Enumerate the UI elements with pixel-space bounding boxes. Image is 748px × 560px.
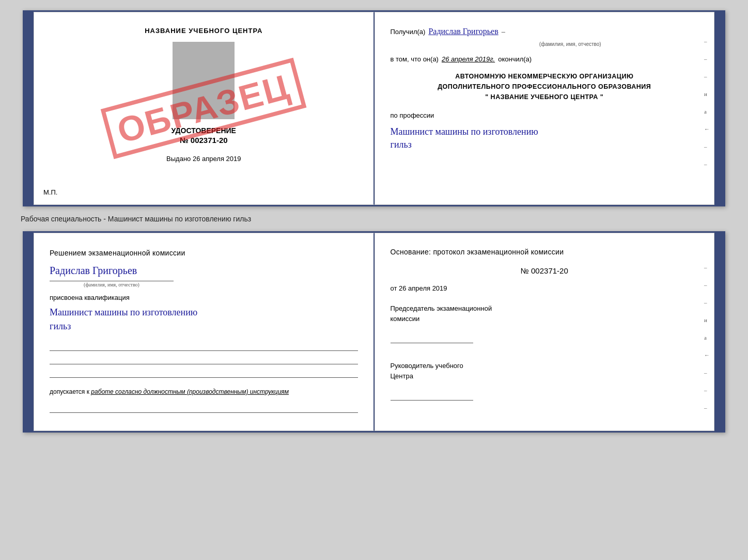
vtom-line: в том, что он(а) 26 апреля 2019г. окончи… [391,55,699,63]
qual-left-page: Решением экзаменационной комиссии Радисл… [34,233,375,431]
qual-bottom-underline [50,405,358,413]
ot-label: от [391,284,397,292]
predsedatel-sign-line [391,333,473,343]
cert-mp: М.П. [43,188,57,196]
vtom-label: в том, что он(а) [391,55,439,63]
qual-underlines [50,342,358,378]
underline-3 [50,369,358,378]
rukovoditel-sign-line [391,390,473,401]
cert-school-title: НАЗВАНИЕ УЧЕБНОГО ЦЕНТРА [145,27,262,35]
recipient-line: Получил(а) Радислав Григорьев – [391,27,699,36]
fio-sublabel: (фамилия, имя, отчество) [442,41,699,47]
org-block: АВТОНОМНУЮ НЕКОММЕРЧЕСКУЮ ОРГАНИЗАЦИЮ ДО… [391,71,699,102]
qual-dopusk: допускается к работе согласно должностны… [50,387,358,396]
cert-vydano: Выдано 26 апреля 2019 [166,155,241,163]
resheniye-title: Решением экзаменационной комиссии [50,248,358,259]
dopusk-label: допускается к [50,388,89,395]
predsedatel-role: Председатель экзаменационной комиссии [391,303,699,324]
qual-date-line: от 26 апреля 2019 [391,284,699,292]
profession-handwriting: Машинист машины по изготовлению гильз [391,125,699,151]
recipient-name: Радислав Григорьев [428,27,498,36]
org-name: " НАЗВАНИЕ УЧЕБНОГО ЦЕНТРА " [391,92,699,102]
photo-placeholder [173,42,235,119]
completion-date: 26 апреля 2019г. [442,55,495,63]
underline-2 [50,355,358,364]
qual-assigned-label: присвоена квалификация [50,294,358,301]
poluchil-label: Получил(а) [391,28,426,36]
qual-date: 26 апреля 2019 [399,284,447,292]
qual-profession: Машинист машины по изготовлению гильз [50,306,358,333]
bottom-side-marks: – – – и а ← – – – [704,264,710,411]
cert-udostoverenie-label: УДОСТОВЕРЕНИЕ [172,126,236,135]
org-line2: ДОПОЛНИТЕЛЬНОГО ПРОФЕССИОНАЛЬНОГО ОБРАЗО… [391,82,699,92]
vydano-date: 26 апреля 2019 [193,155,241,163]
profession-label: по профессии [391,111,699,119]
cert-number: № 002371-20 [180,136,228,145]
vydano-label: Выдано [166,155,191,163]
rukovoditel-role: Руководитель учебного Центра [391,361,699,381]
left-spine [24,12,34,205]
side-marks: – – – и а ← – – [704,38,710,167]
bottom-left-spine [24,233,34,431]
right-spine [714,12,724,205]
bottom-right-spine [714,233,724,431]
cert-left-page: НАЗВАНИЕ УЧЕБНОГО ЦЕНТРА УДОСТОВЕРЕНИЕ №… [34,12,375,205]
qual-name-handwriting: Радислав Григорьев [50,265,358,277]
top-certificate: НАЗВАНИЕ УЧЕБНОГО ЦЕНТРА УДОСТОВЕРЕНИЕ №… [23,10,725,206]
org-line1: АВТОНОМНУЮ НЕКОММЕРЧЕСКУЮ ОРГАНИЗАЦИЮ [391,71,699,82]
qual-right-page: Основание: протокол экзаменационной коми… [375,233,715,431]
osnovaniye-title: Основание: протокол экзаменационной коми… [391,248,699,256]
qual-number: № 002371-20 [391,266,699,275]
qual-fio-label: (фамилия, имя, отчество) [50,281,174,287]
dopusk-text: работе согласно должностным (производств… [91,388,289,395]
bottom-certificate: Решением экзаменационной комиссии Радисл… [23,231,725,433]
underline-1 [50,342,358,351]
okonchil-label: окончил(а) [498,55,532,63]
cert-right-page: Получил(а) Радислав Григорьев – (фамилия… [375,12,715,205]
separator-label: Рабочая специальность - Машинист машины … [10,215,251,223]
